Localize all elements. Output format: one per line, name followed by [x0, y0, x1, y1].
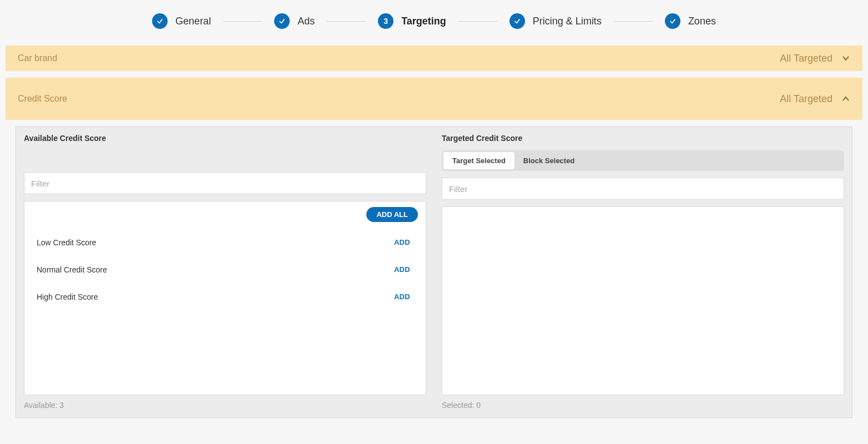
- targeted-title: Targeted Credit Score: [442, 134, 844, 143]
- step-label: General: [175, 16, 211, 27]
- available-column: Available Credit Score ADD ALL Low Credi…: [16, 127, 434, 417]
- available-filter-input[interactable]: [24, 172, 426, 194]
- add-button[interactable]: ADD: [391, 265, 413, 274]
- available-count: Available: 3: [24, 401, 426, 410]
- step-targeting[interactable]: 3 Targeting: [378, 13, 446, 29]
- chevron-down-icon: [841, 54, 850, 63]
- check-icon: [152, 13, 168, 29]
- targeted-listbox: [442, 206, 844, 395]
- wizard-stepper: General Ads 3 Targeting Pricing & Limits…: [0, 0, 868, 46]
- step-label: Targeting: [401, 16, 446, 27]
- step-number-badge: 3: [378, 13, 393, 29]
- step-pricing-limits[interactable]: Pricing & Limits: [509, 13, 602, 29]
- selected-count: Selected: 0: [442, 401, 844, 410]
- targeted-column: Targeted Credit Score Target Selected Bl…: [434, 127, 852, 417]
- target-selected-toggle[interactable]: Target Selected: [443, 152, 514, 169]
- step-connector: [327, 21, 366, 22]
- step-label: Pricing & Limits: [533, 16, 602, 27]
- step-ads[interactable]: Ads: [274, 13, 315, 29]
- chevron-up-icon: [841, 94, 850, 103]
- section-credit-score[interactable]: Credit Score All Targeted: [6, 78, 862, 120]
- section-status: All Targeted: [780, 53, 832, 64]
- check-icon: [665, 13, 680, 29]
- section-car-brand[interactable]: Car brand All Targeted: [6, 46, 862, 71]
- step-zones[interactable]: Zones: [665, 13, 716, 29]
- available-item-label: High Credit Score: [37, 292, 98, 301]
- check-icon: [509, 13, 525, 29]
- step-label: Ads: [297, 16, 315, 27]
- targeted-filter-input[interactable]: [442, 178, 844, 200]
- section-title: Credit Score: [18, 94, 67, 104]
- section-title: Car brand: [18, 53, 57, 63]
- step-connector: [458, 21, 497, 22]
- available-item-label: Normal Credit Score: [37, 265, 107, 274]
- available-item: High Credit Score ADD: [32, 283, 418, 310]
- step-connector: [223, 21, 262, 22]
- block-selected-toggle[interactable]: Block Selected: [514, 152, 584, 169]
- available-item-label: Low Credit Score: [37, 238, 96, 247]
- step-general[interactable]: General: [152, 13, 211, 29]
- add-button[interactable]: ADD: [391, 292, 413, 301]
- step-connector: [614, 21, 653, 22]
- available-item: Low Credit Score ADD: [32, 229, 418, 256]
- check-icon: [274, 13, 290, 29]
- target-block-toggle: Target Selected Block Selected: [442, 150, 844, 171]
- credit-score-panel: Available Credit Score ADD ALL Low Credi…: [16, 127, 852, 418]
- section-status: All Targeted: [780, 93, 832, 105]
- step-label: Zones: [688, 16, 716, 27]
- available-item: Normal Credit Score ADD: [32, 256, 418, 283]
- add-button[interactable]: ADD: [391, 238, 413, 247]
- available-title: Available Credit Score: [24, 134, 426, 143]
- add-all-button[interactable]: ADD ALL: [366, 207, 418, 222]
- available-listbox: ADD ALL Low Credit Score ADD Normal Cred…: [24, 201, 426, 395]
